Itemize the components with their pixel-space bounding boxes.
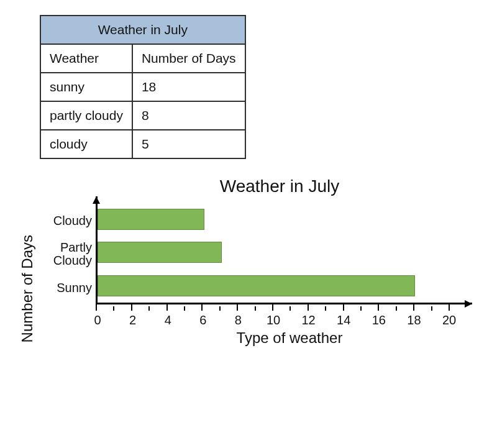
chart-tick-label: 10 — [267, 313, 280, 327]
chart-tick-label: 20 — [442, 313, 456, 327]
chart-tick-major — [166, 303, 168, 311]
chart-tick-label: 2 — [129, 313, 136, 327]
chart-tick-label: 8 — [235, 313, 242, 327]
chart-tick-major — [96, 303, 97, 311]
chart-category-label: Sunny — [39, 273, 94, 303]
cell-days: 18 — [132, 73, 245, 101]
chart-plot-area — [96, 200, 466, 312]
table-row: partly cloudy 8 — [40, 101, 245, 130]
table-row: sunny 18 — [40, 73, 245, 101]
chart-tick-minor — [325, 306, 326, 311]
chart-tick-major — [201, 303, 203, 311]
chart-tick-minor — [184, 306, 185, 311]
cell-days: 8 — [132, 101, 245, 130]
chart-category-labels: Cloudy Partly Cloudy Sunny — [39, 200, 94, 312]
chart-bar-row — [98, 237, 449, 267]
chart-tick-major — [449, 303, 450, 311]
chart-tick-label: 4 — [165, 313, 171, 327]
table-row: cloudy 5 — [40, 130, 245, 158]
chart-tick-label: 12 — [301, 313, 315, 327]
chart-x-ticks — [96, 303, 449, 312]
chart-tick-minor — [396, 306, 397, 311]
cell-weather: partly cloudy — [40, 101, 132, 130]
chart-bar — [98, 209, 204, 230]
arrow-right-icon — [465, 300, 472, 308]
chart-tick-major — [343, 303, 344, 311]
chart-tick-label: 6 — [199, 313, 206, 327]
chart-tick-minor — [290, 306, 291, 311]
chart-tick-major — [413, 303, 414, 311]
chart-tick-minor — [255, 306, 256, 311]
chart-tick-label: 0 — [94, 313, 101, 327]
cell-days: 5 — [132, 130, 245, 158]
chart-category-label: Partly Cloudy — [39, 239, 94, 269]
chart-tick-minor — [431, 306, 432, 311]
chart-x-axis-label: Type of weather — [39, 329, 466, 347]
chart-tick-label: 14 — [337, 313, 350, 327]
cell-weather: sunny — [40, 73, 132, 101]
chart-tick-minor — [113, 306, 114, 311]
chart-tick-label: 16 — [372, 313, 386, 327]
chart-x-tick-labels: 02468101214161820 — [96, 312, 466, 328]
chart-tick-minor — [360, 306, 362, 311]
chart-bar-row — [98, 271, 449, 301]
cell-weather: cloudy — [40, 130, 132, 158]
chart-y-axis-label: Number of Days — [19, 204, 36, 342]
table-title: Weather in July — [40, 16, 245, 44]
chart-bars — [98, 203, 449, 303]
chart-bar-row — [98, 204, 449, 234]
chart-tick-minor — [148, 306, 150, 311]
weather-table: Weather in July Weather Number of Days s… — [40, 15, 246, 159]
chart-category-label: Cloudy — [39, 206, 94, 235]
table-header-days: Number of Days — [132, 44, 245, 73]
table-header-weather: Weather — [40, 44, 132, 73]
chart-tick-minor — [219, 306, 221, 311]
chart-tick-major — [131, 303, 132, 311]
chart-tick-major — [308, 303, 309, 311]
chart-title: Weather in July — [19, 176, 466, 196]
chart-bar — [98, 275, 415, 296]
chart-tick-label: 18 — [407, 313, 421, 327]
weather-bar-chart: Weather in July Number of Days Cloudy Pa… — [19, 176, 466, 347]
chart-tick-major — [378, 303, 379, 311]
chart-tick-major — [272, 303, 273, 311]
chart-tick-major — [237, 303, 238, 311]
chart-bar — [98, 242, 222, 263]
